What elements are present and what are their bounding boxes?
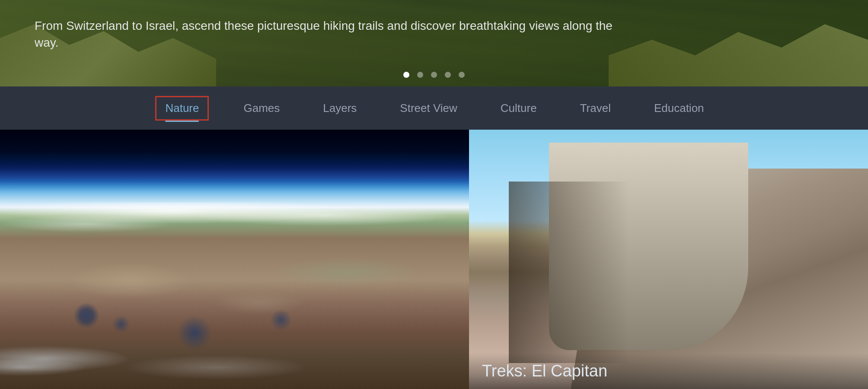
carousel-dot-4[interactable] (445, 72, 451, 78)
treks-title: Treks: El Capitan (482, 362, 607, 380)
main-panel[interactable] (0, 130, 469, 389)
nav-item-street-view[interactable]: Street View (391, 97, 466, 119)
nav-item-layers[interactable]: Layers (314, 97, 365, 119)
hero-banner: From Switzerland to Israel, ascend these… (0, 0, 868, 86)
el-capitan-view (469, 130, 868, 389)
hero-description: From Switzerland to Israel, ascend these… (35, 17, 640, 51)
nav-item-games[interactable]: Games (235, 97, 288, 119)
right-panel[interactable]: Treks: El Capitan (469, 130, 868, 389)
nav-item-education[interactable]: Education (645, 97, 713, 119)
earth-clouds (0, 202, 469, 241)
carousel-dot-2[interactable] (417, 72, 423, 78)
nav-item-nature[interactable]: Nature (155, 96, 209, 121)
el-capitan-shadow (509, 182, 629, 363)
carousel-dots (403, 72, 465, 78)
carousel-dot-3[interactable] (431, 72, 437, 78)
treks-title-overlay: Treks: El Capitan (469, 353, 868, 389)
category-nav: Nature Games Layers Street View Culture … (0, 86, 868, 130)
carousel-dot-1[interactable] (403, 72, 409, 78)
nav-item-culture[interactable]: Culture (492, 97, 546, 119)
carousel-dot-5[interactable] (459, 72, 465, 78)
earth-view (0, 130, 469, 389)
earth-snow (0, 337, 469, 389)
content-area: Treks: El Capitan (0, 130, 868, 389)
nav-item-travel[interactable]: Travel (571, 97, 619, 119)
